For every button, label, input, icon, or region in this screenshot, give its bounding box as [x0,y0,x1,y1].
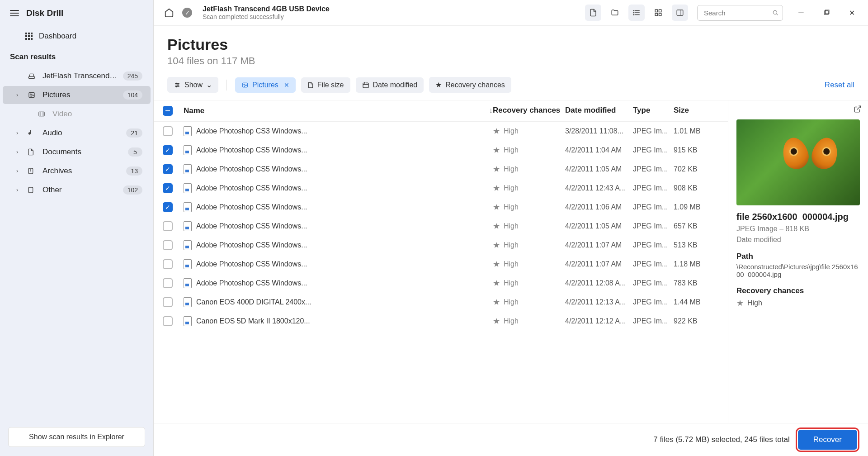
sidebar-item-doc[interactable]: ›Documents5 [3,143,151,161]
folder-icon[interactable] [607,5,623,21]
recovery-value: High [504,184,519,192]
row-checkbox[interactable] [163,221,173,231]
size-value: 1.01 MB [674,127,719,135]
title-block: JetFlash Transcend 4GB USB Device Scan c… [203,5,580,20]
minimize-icon[interactable]: ─ [794,5,808,20]
svg-point-28 [178,84,179,85]
file-icon [184,126,192,136]
row-checkbox[interactable] [163,259,173,269]
sidebar-item-archive[interactable]: ›Archives13 [3,162,151,180]
svg-point-31 [244,84,245,85]
date-value: 4/2/2011 12:08 A... [565,279,633,287]
table-row[interactable]: Adobe Photoshop CS5 Windows...★High4/2/2… [154,236,728,255]
svg-point-1 [30,94,32,95]
sidebar-item-drive[interactable]: JetFlash Transcend 4GB...245 [3,67,151,85]
home-icon[interactable] [163,6,175,19]
size-value: 1.44 MB [674,298,719,306]
row-checkbox[interactable]: ✓ [163,164,173,174]
table-row[interactable]: Adobe Photoshop CS3 Windows...★High3/28/… [154,122,728,141]
recovery-value: High [504,222,519,230]
file-icon[interactable] [585,5,601,21]
preview-image [736,119,860,205]
row-checkbox[interactable] [163,316,173,326]
archive-icon [27,166,37,176]
row-checkbox[interactable]: ✓ [163,183,173,193]
sidebar-item-label: Other [42,185,118,195]
close-icon[interactable]: ✕ [844,5,859,20]
date-value: 4/2/2011 1:06 AM [565,203,633,211]
file-name: Adobe Photoshop CS5 Windows... [196,165,307,173]
filter-pictures-label: Pictures [252,81,278,89]
row-checkbox[interactable] [163,126,173,136]
scan-status-text: Scan completed successfully [203,13,580,20]
row-checkbox[interactable] [163,297,173,307]
file-name: Adobe Photoshop CS5 Windows... [196,241,307,249]
filter-pictures[interactable]: Pictures ✕ [235,77,296,93]
sidebar-item-picture[interactable]: ›Pictures104 [3,86,151,104]
sidebar-item-other[interactable]: ›Other102 [3,181,151,199]
col-recovery[interactable]: Recovery chances [493,106,565,116]
col-size[interactable]: Size [674,106,719,116]
file-icon [184,202,192,212]
table-row[interactable]: Canon EOS 400D DIGITAL 2400x...★High4/2/… [154,293,728,312]
row-checkbox[interactable]: ✓ [163,145,173,155]
type-value: JPEG Im... [633,317,674,325]
svg-point-13 [633,14,634,15]
star-icon: ★ [493,259,500,269]
sidebar-footer: Show scan results in Explorer [0,421,153,456]
size-value: 513 KB [674,241,719,249]
file-name: Adobe Photoshop CS5 Windows... [196,279,307,287]
file-icon [184,183,192,193]
table-row[interactable]: Adobe Photoshop CS5 Windows...★High4/2/2… [154,217,728,236]
popout-icon[interactable] [854,105,862,113]
panel-view-icon[interactable] [672,5,688,21]
row-checkbox[interactable] [163,278,173,288]
remove-filter-icon[interactable]: ✕ [284,81,289,89]
list-view-icon[interactable] [628,5,645,21]
file-name: Adobe Photoshop CS5 Windows... [196,146,307,154]
file-table: Name↓ Recovery chances Date modified Typ… [154,100,728,423]
recovery-value: High [504,241,519,249]
col-type[interactable]: Type [633,106,674,116]
star-icon: ★ [493,316,500,326]
recover-button[interactable]: Recover [798,430,857,450]
show-dropdown[interactable]: Show ⌄ [167,77,218,93]
reset-all-link[interactable]: Reset all [825,81,854,90]
row-checkbox[interactable] [163,240,173,250]
table-row[interactable]: Adobe Photoshop CS5 Windows...★High4/2/2… [154,255,728,274]
table-row[interactable]: ✓Adobe Photoshop CS5 Windows...★High4/2/… [154,198,728,217]
sidebar-item-audio[interactable]: ›Audio21 [3,124,151,142]
grid-view-icon[interactable] [650,5,666,21]
dashboard-label: Dashboard [39,32,76,41]
show-in-explorer-button[interactable]: Show scan results in Explorer [8,427,145,447]
table-row[interactable]: ✓Adobe Photoshop CS5 Windows...★High4/2/… [154,179,728,198]
recovery-value: High [504,317,519,325]
chevron-down-icon: ⌄ [206,81,212,89]
file-icon [184,164,192,174]
sidebar-item-video[interactable]: Video [3,105,151,123]
star-icon: ★ [493,145,500,155]
detail-path-label: Path [736,252,860,261]
table-row[interactable]: ✓Adobe Photoshop CS5 Windows...★High4/2/… [154,160,728,179]
col-date[interactable]: Date modified [565,106,633,116]
table-row[interactable]: ✓Adobe Photoshop CS5 Windows...★High4/2/… [154,141,728,160]
maximize-icon[interactable] [819,5,834,20]
filter-filesize[interactable]: File size [301,77,350,93]
count-badge: 21 [126,128,142,138]
table-row[interactable]: Canon EOS 5D Mark II 1800x120...★High4/2… [154,312,728,331]
svg-point-20 [773,10,777,14]
type-value: JPEG Im... [633,298,674,306]
filter-recovery[interactable]: ★ Recovery chances [429,77,511,93]
menu-icon[interactable] [10,10,19,16]
col-name[interactable]: Name↓ [184,106,493,116]
search-input[interactable] [697,5,783,21]
detail-rc-section: Recovery chances ★High [736,286,860,308]
dashboard-link[interactable]: Dashboard [0,26,153,46]
filter-date[interactable]: Date modified [356,77,424,93]
drive-icon [27,72,37,80]
chevron-icon: › [16,168,22,174]
select-all-checkbox[interactable] [163,106,173,116]
table-row[interactable]: Adobe Photoshop CS5 Windows...★High4/2/2… [154,274,728,293]
video-icon [37,110,47,118]
row-checkbox[interactable]: ✓ [163,202,173,212]
